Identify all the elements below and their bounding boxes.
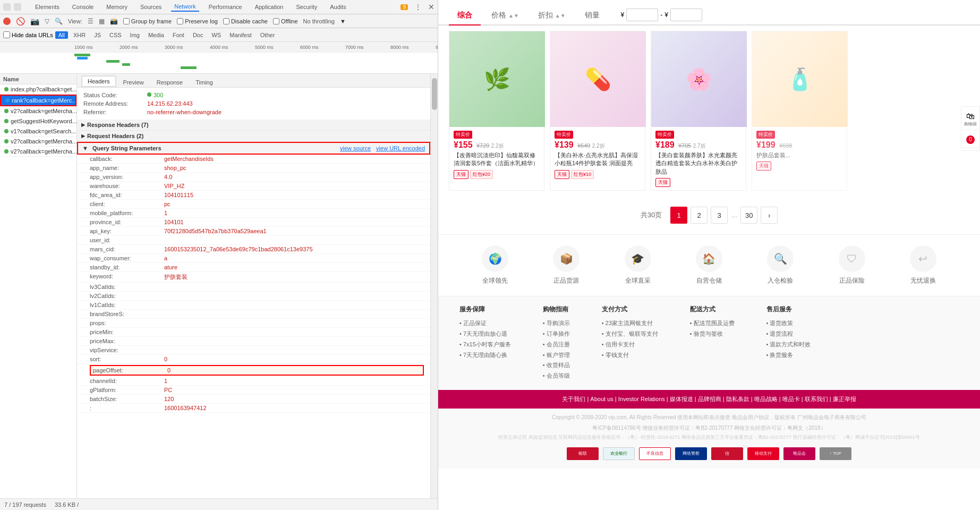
footer-col-item[interactable]: • 账户管理: [543, 350, 570, 361]
scrollbar[interactable]: [430, 74, 438, 498]
file-item-5[interactable]: v2?callback=getMercha...: [0, 137, 76, 147]
page-btn-30[interactable]: 30: [740, 207, 757, 224]
more-options-icon[interactable]: ⋮: [414, 3, 422, 11]
file-item-2[interactable]: v2?callback=getMercha...: [0, 106, 76, 116]
footer-col-item[interactable]: • 换货服务: [766, 350, 811, 361]
price-max-input[interactable]: [670, 8, 702, 21]
file-item-6[interactable]: v2?callback=getMercha...: [0, 147, 76, 157]
detail-tab-preview[interactable]: Preview: [117, 77, 150, 87]
shop-tab-销量[interactable]: 销量: [576, 6, 608, 26]
filter-doc-btn[interactable]: Doc: [190, 31, 207, 39]
page-btn-next[interactable]: ›: [761, 207, 778, 224]
tab-performance[interactable]: Performance: [206, 3, 245, 11]
view-url-encoded-link[interactable]: view URL encoded: [376, 145, 425, 151]
tab-sources[interactable]: Sources: [137, 3, 165, 11]
disable-cache-checkbox[interactable]: [223, 18, 229, 24]
tab-security[interactable]: Security: [293, 3, 320, 11]
footer-col-item[interactable]: • 验货与签收: [690, 329, 735, 339]
file-item-4[interactable]: v1?callback=getSearch...: [0, 126, 76, 137]
scrollbar-thumb[interactable]: [432, 78, 437, 110]
hide-data-urls-label[interactable]: Hide data URLs: [3, 31, 53, 38]
filter-other-btn[interactable]: Other: [257, 31, 278, 39]
clear-icon[interactable]: 🚫: [16, 17, 25, 26]
footer-col-item[interactable]: • 支付宝、银联等支付: [602, 329, 658, 339]
filter-icon[interactable]: ▽: [45, 18, 49, 25]
search-icon[interactable]: 🔍: [55, 18, 63, 25]
filter-ws-btn[interactable]: WS: [208, 31, 224, 39]
tab-elements[interactable]: Elements: [32, 3, 63, 11]
detail-tab-headers[interactable]: Headers: [81, 75, 116, 87]
close-icon[interactable]: ✕: [428, 3, 434, 11]
shop-tab-折扣[interactable]: 折扣 ▲▼: [530, 6, 574, 26]
footer-col-item[interactable]: • 退货流程: [766, 329, 811, 339]
footer-col-item[interactable]: • 退款方式和时效: [766, 339, 811, 350]
view-source-link[interactable]: view source: [340, 145, 371, 151]
filter-manifest-btn[interactable]: Manifest: [226, 31, 255, 39]
product-card-2[interactable]: 🌸 特卖价 ¥189 ¥705 2.7折 【美白套装颜养肤】水光素颜亮透白精造套…: [651, 31, 746, 191]
tab-memory[interactable]: Memory: [103, 3, 131, 11]
price-min-input[interactable]: [626, 8, 658, 21]
product-card-1[interactable]: 💊 特卖价 ¥139 ¥649 2.2折 【美白补水·点亮水光肌】高保湿小粒瓶1…: [550, 31, 645, 191]
filter-js-btn[interactable]: JS: [91, 31, 104, 39]
offline-checkbox[interactable]: [273, 18, 279, 24]
filter-xhr-btn[interactable]: XHR: [70, 31, 89, 39]
footer-col-item[interactable]: • 订单操作: [543, 329, 570, 339]
tab-audits[interactable]: Audits: [327, 3, 350, 11]
product-card-3[interactable]: 🧴 特卖价 ¥199 ¥698 护肤品套装... 天猫: [752, 31, 847, 191]
detail-tab-response[interactable]: Response: [151, 77, 189, 87]
filter-font-btn[interactable]: Font: [169, 31, 188, 39]
preserve-log-label[interactable]: Preserve log: [177, 18, 218, 24]
tab-network[interactable]: Network: [171, 2, 199, 12]
footer-col-item[interactable]: • 23家主流网银支付: [602, 318, 658, 329]
footer-col-item[interactable]: • 信用卡支付: [602, 339, 658, 350]
footer-col-item[interactable]: • 收货样品: [543, 360, 570, 371]
response-headers-section[interactable]: ▶ Response Headers (7): [77, 120, 430, 131]
shop-tab-综合[interactable]: 综合: [449, 6, 481, 26]
scroll-top-icon[interactable]: ↑ TOP: [820, 447, 851, 460]
footer-col-item[interactable]: • 7天无理由随心换: [459, 350, 511, 361]
file-item-0[interactable]: index.php?callback=get...: [0, 84, 76, 95]
footer-col-item[interactable]: • 配送范围及运费: [690, 318, 735, 329]
shop-tab-价格[interactable]: 价格 ▲▼: [483, 6, 527, 26]
file-item-1[interactable]: rank?callback=getMerc...: [0, 95, 76, 106]
group-by-frame-checkbox[interactable]: [123, 18, 130, 24]
footer-col-item[interactable]: • 正品保证: [459, 318, 511, 329]
cart-badge[interactable]: 0: [962, 131, 979, 148]
file-item-3[interactable]: getSuggestHotKeyword...: [0, 116, 76, 126]
page-btn-3[interactable]: 3: [711, 207, 728, 224]
filter-media-btn[interactable]: Media: [145, 31, 167, 39]
group-by-frame-label[interactable]: Group by frame: [123, 18, 172, 24]
footer-col-item[interactable]: • 零钱支付: [602, 350, 658, 361]
request-headers-section[interactable]: ▶ Request Headers (2): [77, 131, 430, 142]
product-card-0[interactable]: 🌿 特卖价 ¥155 ¥729 2.2折 【改善暗沉淡疤印】仙馥葛双修清润套装5…: [449, 31, 544, 191]
hide-data-urls-checkbox[interactable]: [3, 31, 10, 38]
tab-application[interactable]: Application: [252, 3, 287, 11]
disable-cache-label[interactable]: Disable cache: [223, 18, 268, 24]
screenshot-icon2[interactable]: 📸: [110, 18, 118, 25]
capture-screenshot-icon[interactable]: 📷: [30, 17, 39, 26]
footer-col-item[interactable]: • 退货政策: [766, 318, 811, 329]
grid-view-icon[interactable]: ▦: [99, 18, 105, 25]
list-view-icon[interactable]: ☰: [88, 18, 93, 25]
dock-icon[interactable]: [3, 3, 11, 11]
page-btn-2[interactable]: 2: [691, 207, 708, 224]
throttling-dropdown-icon[interactable]: ▼: [340, 18, 346, 24]
undock-icon[interactable]: [14, 3, 21, 11]
offline-label[interactable]: Offline: [273, 18, 298, 24]
preserve-log-checkbox[interactable]: [177, 18, 183, 24]
filter-css-btn[interactable]: CSS: [106, 31, 125, 39]
footer-col-item[interactable]: • 7x15小时客户服务: [459, 339, 511, 350]
footer-col-item[interactable]: • 会员注册: [543, 339, 570, 350]
footer-col-item[interactable]: • 会员等级: [543, 371, 570, 381]
no-throttling-select[interactable]: No throttling: [303, 18, 335, 24]
query-string-section[interactable]: ▼ Query String Parameters view source vi…: [77, 142, 430, 155]
tab-console[interactable]: Console: [69, 3, 97, 11]
footer-col-item[interactable]: • 7天无理由放心退: [459, 329, 511, 339]
footer-col-item[interactable]: • 导购演示: [543, 318, 570, 329]
filter-img-btn[interactable]: Img: [127, 31, 143, 39]
record-icon[interactable]: [3, 18, 11, 25]
detail-tab-timing[interactable]: Timing: [190, 77, 219, 87]
shopping-bag-icon[interactable]: 🛍 购物袋: [962, 109, 979, 130]
filter-all-btn[interactable]: All: [55, 31, 68, 39]
page-btn-1[interactable]: 1: [670, 207, 687, 224]
